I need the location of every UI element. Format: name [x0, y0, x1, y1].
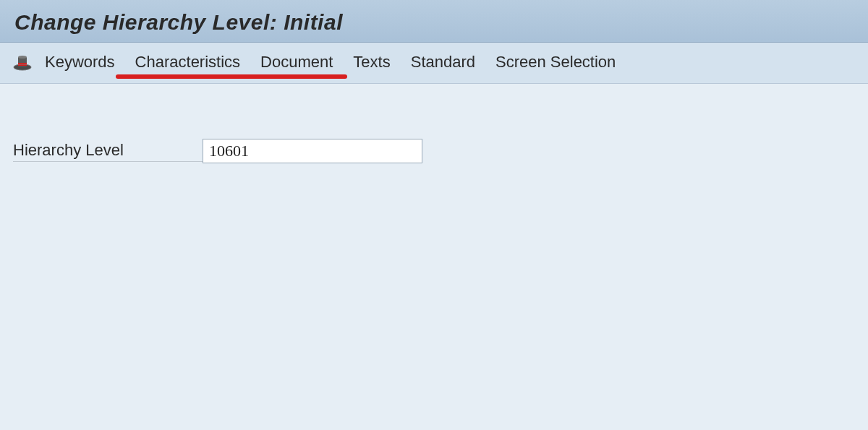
toolbar-texts[interactable]: Texts [353, 51, 390, 73]
toolbar: Keywords Characteristics Document Texts … [0, 43, 868, 84]
hierarchy-level-input[interactable] [203, 139, 422, 163]
title-bar: Change Hierarchy Level: Initial [0, 0, 868, 43]
toolbar-keywords[interactable]: Keywords [45, 51, 115, 73]
toolbar-standard[interactable]: Standard [411, 51, 475, 73]
toolbar-characteristics[interactable]: Characteristics [135, 51, 240, 73]
hat-icon[interactable] [13, 53, 32, 71]
field-row-hierarchy-level: Hierarchy Level [13, 139, 855, 163]
toolbar-document[interactable]: Document [260, 51, 333, 73]
page-title: Change Hierarchy Level: Initial [14, 10, 854, 35]
annotation-underline [116, 74, 347, 79]
svg-point-3 [18, 56, 27, 59]
hierarchy-level-label: Hierarchy Level [13, 141, 203, 162]
content-area: Hierarchy Level [0, 84, 868, 427]
toolbar-screen-selection[interactable]: Screen Selection [495, 51, 616, 73]
